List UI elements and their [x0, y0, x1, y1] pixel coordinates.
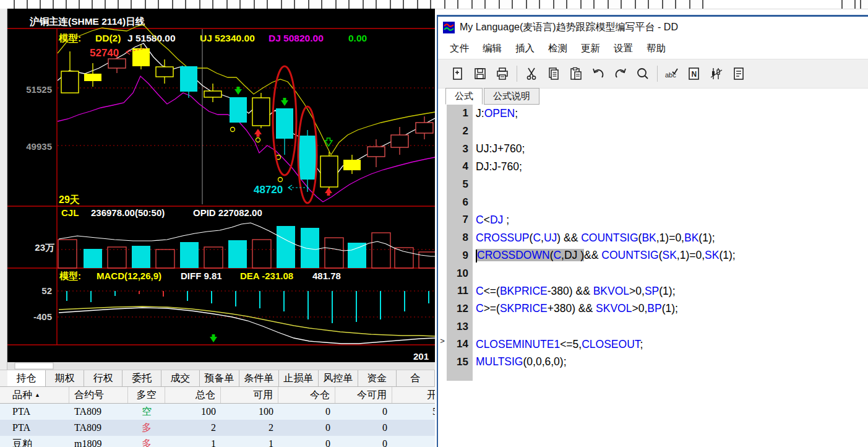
toolbar-icon-stub[interactable] [363, 0, 377, 9]
cell-今仓: 0 [278, 436, 335, 447]
menu-item-设置[interactable]: 设置 [607, 40, 640, 58]
positions-tab-期权[interactable]: 期权 [46, 370, 84, 386]
toolbar-icon-stub[interactable] [689, 0, 703, 9]
code-keyword: BK [684, 232, 698, 244]
code-line[interactable]: 14CLOSEMINUTE1<=5,CLOSEOUT; [438, 336, 868, 354]
positions-tab-成交[interactable]: 成交 [161, 370, 200, 386]
code-editor-area[interactable]: 1J:OPEN;23UJ:J+760;4DJ:J-760;567C<DJ ;8C… [438, 105, 868, 381]
toolbar-icon-stub[interactable] [308, 0, 322, 9]
positions-tab-持仓[interactable]: 持仓 [7, 370, 46, 386]
futures-chart-canvas[interactable]: 沪铜主连(SHME 2114)日线模型:DD(2)J 51580.00UJ 52… [0, 9, 435, 370]
toolbar-icon-stub[interactable] [662, 0, 676, 9]
code-line[interactable]: 9CROSSDOWN(C,DJ )&& COUNTSIG(SK,1)=0,SK(… [438, 247, 868, 265]
toolbar-icon-stub[interactable] [92, 0, 106, 9]
toolbar-icon-stub[interactable] [635, 0, 649, 9]
toolbar-icon-stub[interactable] [444, 0, 458, 9]
column-header-多空[interactable]: 多空 [128, 387, 165, 403]
toolbar-icon-stub[interactable] [417, 0, 431, 9]
search-icon[interactable] [632, 63, 654, 84]
code-line[interactable]: 15MULTSIG(0,0,6,0); [438, 354, 868, 371]
kline-test-icon[interactable] [705, 63, 728, 84]
menu-item-检测[interactable]: 检测 [541, 40, 574, 58]
undo-icon[interactable] [587, 63, 609, 84]
column-header-开[interactable]: 开 [392, 387, 435, 403]
toolbar-icon-stub[interactable] [608, 0, 622, 9]
code-line[interactable]: 3UJ:J+760; [438, 140, 868, 158]
positions-tab-行权[interactable]: 行权 [84, 370, 122, 386]
column-header-总仓[interactable]: 总仓 [165, 387, 221, 403]
positions-tab-风控单[interactable]: 风控单 [319, 370, 358, 386]
toolbar-icon-stub[interactable] [580, 0, 595, 9]
line-number: 4 [447, 158, 473, 176]
toolbar-icon-stub[interactable] [390, 0, 404, 9]
chart-hscrollbar-thumb[interactable] [15, 363, 53, 369]
toolbar-icon-stub[interactable] [499, 0, 513, 9]
paste-icon[interactable] [565, 63, 587, 84]
spell-check-icon[interactable]: abc [661, 63, 683, 84]
menu-item-更新[interactable]: 更新 [574, 40, 607, 58]
code-line[interactable]: 12C>=(SKPRICE+380) && SKVOL>0,BP(1); [438, 300, 868, 318]
toolbar-icon-stub[interactable] [14, 0, 28, 9]
toolbar-icon-stub[interactable] [841, 0, 856, 9]
position-row[interactable]: PTATA809空100100005 [0, 404, 435, 420]
positions-tab-合[interactable]: 合 [397, 370, 435, 386]
code-line[interactable]: 13 [438, 318, 868, 336]
positions-table-header: 品种▲合约号多空总仓可用今仓今可用开 [0, 387, 435, 404]
redo-icon[interactable] [609, 63, 632, 84]
position-row[interactable]: PTATA809多2200 [0, 420, 435, 436]
editor-titlebar[interactable]: My Language(麦语言)趋势跟踪模型编写平台 - DD [438, 17, 868, 38]
toolbar-icon-stub[interactable] [281, 0, 295, 9]
toolbar-icon-stub[interactable] [335, 0, 350, 9]
positions-tab-资金[interactable]: 资金 [358, 370, 397, 386]
toolbar-icon-stub[interactable] [471, 0, 486, 9]
column-header-品种[interactable]: 品种▲ [7, 387, 69, 403]
code-line[interactable]: 1J:OPEN; [438, 105, 868, 123]
new-file-icon[interactable] [447, 63, 469, 84]
menu-item-文件[interactable]: 文件 [443, 40, 476, 58]
toolbar-icon-stub[interactable] [199, 0, 213, 9]
positions-tab-委托[interactable]: 委托 [122, 370, 161, 386]
code-keyword: C [476, 302, 484, 315]
code-line[interactable]: 6 [438, 193, 868, 211]
formula-doc-icon[interactable] [728, 63, 750, 84]
editor-tab-公式说明[interactable]: 公式说明 [484, 88, 539, 105]
copy-icon[interactable] [543, 63, 565, 84]
toolbar-icon-stub[interactable] [860, 0, 868, 9]
positions-tab-预备单[interactable]: 预备单 [200, 370, 239, 386]
positions-tab-止损单[interactable]: 止损单 [279, 370, 319, 386]
menu-item-编辑[interactable]: 编辑 [476, 40, 509, 58]
toolbar-icon-stub[interactable] [553, 0, 567, 9]
code-line[interactable]: 7C<DJ ; [438, 211, 868, 229]
menu-item-插入[interactable]: 插入 [509, 40, 541, 58]
code-text: >0, [629, 285, 645, 297]
code-keyword: UJ [544, 232, 557, 244]
column-header-可用[interactable]: 可用 [221, 387, 278, 403]
print-icon[interactable] [491, 63, 513, 84]
save-icon[interactable] [469, 63, 491, 84]
toolbar-icon-stub[interactable] [526, 0, 540, 9]
toolbar-icon-stub[interactable] [254, 0, 268, 9]
column-header-今可用[interactable]: 今可用 [335, 387, 392, 403]
code-line[interactable]: 11C<=(BKPRICE-380) && BKVOL>0,SP(1); [438, 282, 868, 300]
toolbar-icon-stub[interactable] [66, 0, 80, 9]
column-header-今仓[interactable]: 今仓 [278, 387, 335, 403]
toolbar-icon-stub[interactable] [118, 0, 132, 9]
code-line[interactable]: 8CROSSUP(C,UJ) && COUNTSIG(BK,1)=0,BK(1)… [438, 229, 868, 247]
code-line[interactable]: 5 [438, 176, 868, 194]
editor-tab-公式[interactable]: 公式 [445, 88, 483, 105]
code-line[interactable]: 10 [438, 264, 868, 282]
column-header-合约号[interactable]: 合约号 [69, 387, 128, 403]
toolbar-icon-stub[interactable] [40, 0, 54, 9]
toolbar-icon-stub[interactable] [226, 0, 241, 9]
toolbar-icon-stub[interactable] [145, 0, 159, 9]
panel-splitter-chevron-icon[interactable]: > [438, 336, 447, 346]
code-keyword: CLOSEMINUTE1 [476, 338, 560, 350]
position-row[interactable]: 豆粕m1809多1100 [0, 436, 435, 447]
code-line[interactable]: 4DJ:J-760; [438, 158, 868, 176]
positions-tab-条件单[interactable]: 条件单 [239, 370, 279, 386]
menu-item-帮助[interactable]: 帮助 [640, 40, 672, 58]
new-indicator-icon[interactable]: N [683, 63, 705, 84]
cut-icon[interactable] [520, 63, 543, 84]
toolbar-icon-stub[interactable] [172, 0, 186, 9]
code-line[interactable]: 2 [438, 123, 868, 141]
